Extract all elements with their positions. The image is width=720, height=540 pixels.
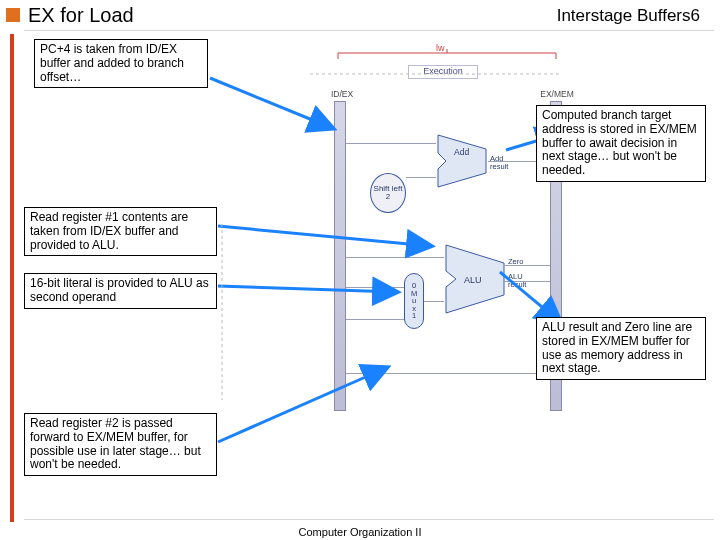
svg-marker-0 <box>438 135 486 187</box>
exmem-label: EX/MEM <box>532 89 582 99</box>
page-number: 6 <box>691 6 700 25</box>
alu-label: ALU <box>464 275 482 285</box>
header-label: Interstage Buffers <box>557 6 691 25</box>
wire <box>346 257 444 258</box>
bullet-square-icon <box>6 8 20 22</box>
wire <box>346 287 404 288</box>
mux-1: 1 <box>412 312 416 320</box>
slide-page: EX for Load Interstage Buffers6 PC+4 is … <box>0 0 720 540</box>
slide-footer: Computer Organization II <box>0 526 720 538</box>
add-label: Add <box>454 147 469 157</box>
note-branch-target: Computed branch target address is stored… <box>536 105 706 182</box>
note-pc-plus-4: PC+4 is taken from ID/EX buffer and adde… <box>34 39 208 88</box>
slide-content: PC+4 is taken from ID/EX buffer and adde… <box>24 30 714 520</box>
note-literal: 16-bit literal is provided to ALU as sec… <box>24 273 217 309</box>
mux: 0 M u x 1 <box>404 273 424 329</box>
wire <box>504 265 550 266</box>
adder-shape-icon <box>434 133 490 189</box>
wire <box>424 301 444 302</box>
wire <box>406 177 436 178</box>
wire <box>346 319 404 320</box>
note-read-reg1: Read register #1 contents are taken from… <box>24 207 217 256</box>
left-rule <box>10 34 14 522</box>
header-right: Interstage Buffers6 <box>557 6 700 26</box>
shift-left-2: Shift left 2 <box>370 173 406 213</box>
title-bar: EX for Load Interstage Buffers6 <box>0 0 720 30</box>
idex-buffer <box>334 101 346 411</box>
note-read-reg2: Read register #2 is passed forward to EX… <box>24 413 217 476</box>
wire <box>504 281 550 282</box>
wire <box>346 143 436 144</box>
execution-label: Execution <box>408 65 478 79</box>
note-alu-result: ALU result and Zero line are stored in E… <box>536 317 706 380</box>
wire <box>346 373 550 374</box>
shift-label: Shift left 2 <box>371 185 405 201</box>
slide-title: EX for Load <box>28 4 134 27</box>
bracket-icon <box>332 49 562 61</box>
idex-label: ID/EX <box>322 89 362 99</box>
add-result-label: Add result <box>490 155 518 170</box>
